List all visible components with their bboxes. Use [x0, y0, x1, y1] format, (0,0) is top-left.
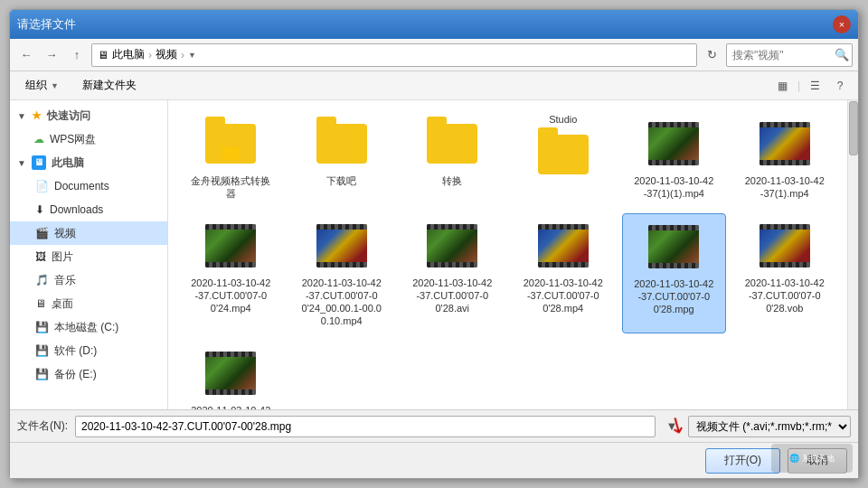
video2-label: 2020-11-03-10-42-37(1).mp4 [744, 174, 826, 201]
this-pc-expand-icon: ▼ [17, 158, 26, 168]
breadcrumb-sep1: › [148, 49, 152, 61]
filetype-select[interactable]: 视频文件 (*.avi;*.rmvb;*.rm;*. [688, 416, 851, 437]
view-btn-1[interactable]: ▦ [772, 75, 794, 97]
watermark: 🌐 系统天地 [771, 444, 853, 473]
video-icon: 🎬 [35, 227, 49, 239]
sidebar-item-drive-c[interactable]: 💾 本地磁盘 (C:) [10, 315, 167, 339]
sidebar-desktop-label: 桌面 [52, 296, 73, 312]
sidebar-item-drive-d[interactable]: 💾 软件 (D:) [10, 339, 167, 362]
sidebar-drive-e-label: 备份 (E:) [54, 367, 97, 382]
back-button[interactable]: ← [15, 44, 37, 66]
file-item-video7[interactable]: 2020-11-03-10-42-37.CUT.00'07-00'28.mpg [622, 213, 726, 333]
sidebar-documents-label: Documents [54, 180, 109, 192]
sidebar-item-desktop[interactable]: 🖥 桌面 [10, 292, 167, 315]
file-dialog: 请选择文件 × ← → ↑ 🖥 此电脑 › 视频 › ▼ ↻ 🔍 组织 ▼ 新建… [9, 9, 859, 479]
drive-e-icon: 💾 [35, 368, 49, 380]
file-item-folder3[interactable]: 转换 [401, 111, 505, 206]
filename-bar: 文件名(N): ▼ 视频文件 (*.avi;*.rmvb;*.rm;*. [10, 409, 858, 442]
breadcrumb-dropdown[interactable]: ▼ [188, 51, 196, 60]
file-item-video8[interactable]: 2020-11-03-10-42-37.CUT.00'07-00'28.vob [733, 213, 837, 333]
video1-label: 2020-11-03-10-42-37(1)(1).mp4 [633, 174, 714, 201]
content-area: ▼ ★ 快速访问 ☁ WPS网盘 ▼ 🖥 此电脑 📄 Documents [10, 100, 858, 409]
filename-input[interactable] [75, 416, 656, 437]
folder2-icon [315, 117, 369, 171]
download-icon: ⬇ [35, 203, 44, 216]
sidebar-item-documents[interactable]: 📄 Documents [10, 174, 167, 198]
file-item-video3[interactable]: 2020-11-03-10-42-37.CUT.00'07-00'24.mp4 [179, 213, 283, 333]
file-item-folder1[interactable]: 金舟视频格式转换器 [179, 111, 283, 206]
sidebar-wps[interactable]: ☁ WPS网盘 [10, 127, 167, 151]
file-item-video5[interactable]: 2020-11-03-10-42-37.CUT.00'07-00'28.avi [401, 213, 505, 333]
file-item-video2[interactable]: 2020-11-03-10-42-37(1).mp4 [733, 111, 837, 206]
file-item-video1[interactable]: 2020-11-03-10-42-37(1)(1).mp4 [622, 111, 726, 206]
organize-button[interactable]: 组织 ▼ [17, 75, 67, 97]
sidebar-drive-d-label: 软件 (D:) [54, 343, 97, 359]
new-folder-button[interactable]: 新建文件夹 [74, 75, 145, 97]
doc-icon: 📄 [35, 180, 49, 192]
view-btn-2[interactable]: ☰ [804, 75, 826, 97]
view-btn-3[interactable]: ? [829, 75, 851, 97]
files-grid: 金舟视频格式转换器 下载吧 转换 [175, 108, 840, 409]
file-item-studio[interactable]: Studio Studio [512, 111, 616, 206]
filename-label: 文件名(N): [17, 418, 68, 434]
video5-icon [425, 219, 479, 273]
drive-d-icon: 💾 [35, 344, 49, 357]
video8-label: 2020-11-03-10-42-37.CUT.00'07-00'28.vob [744, 277, 826, 315]
window-controls: × [833, 15, 851, 33]
video8-icon [758, 219, 812, 273]
sidebar-wps-label: WPS网盘 [50, 132, 96, 147]
folder2-label: 下载吧 [326, 174, 356, 187]
file-item-folder2[interactable]: 下载吧 [290, 111, 394, 206]
breadcrumb-pc: 🖥 [98, 49, 108, 61]
wps-icon: ☁ [33, 133, 44, 145]
quick-access-star-icon: ★ [32, 109, 42, 122]
refresh-button[interactable]: ↻ [701, 44, 722, 66]
organize-label: 组织 [25, 78, 47, 93]
sidebar-pictures-label: 图片 [52, 249, 73, 265]
forward-button[interactable]: → [41, 44, 62, 66]
action-bar: 打开(O) 取消 [10, 442, 858, 478]
sidebar-item-music[interactable]: 🎵 音乐 [10, 268, 167, 292]
folder1-label: 金舟视频格式转换器 [190, 174, 271, 201]
organize-dropdown-icon: ▼ [51, 81, 59, 90]
sidebar-music-label: 音乐 [54, 273, 76, 288]
sidebar-item-downloads[interactable]: ⬇ Downloads [10, 198, 167, 221]
music-icon: 🎵 [35, 274, 49, 286]
open-button[interactable]: 打开(O) [705, 448, 780, 474]
search-icon[interactable]: 🔍 [835, 48, 849, 61]
close-button[interactable]: × [833, 15, 851, 33]
video4-label: 2020-11-03-10-42-37.CUT.00'07-00'24_00.0… [301, 277, 382, 328]
pc-icon: 🖥 [32, 155, 46, 170]
breadcrumb[interactable]: 🖥 此电脑 › 视频 › ▼ [91, 43, 697, 67]
image-icon: 🖼 [35, 250, 46, 263]
sidebar-this-pc[interactable]: ▼ 🖥 此电脑 [10, 151, 167, 174]
studio-label-top: Studio [549, 113, 577, 126]
sidebar-item-pictures[interactable]: 🖼 图片 [10, 245, 167, 268]
search-input[interactable] [726, 43, 853, 67]
studio-icon [536, 127, 590, 182]
video3-label: 2020-11-03-10-42-37.CUT.00'07-00'24.mp4 [190, 277, 271, 315]
breadcrumb-videos: 视频 [156, 47, 177, 62]
folder3-label: 转换 [442, 174, 462, 187]
up-button[interactable]: ↑ [66, 44, 88, 66]
title-bar: 请选择文件 × [10, 10, 858, 39]
sidebar-item-drive-e[interactable]: 💾 备份 (E:) [10, 362, 167, 386]
sidebar-quick-access[interactable]: ▼ ★ 快速访问 [10, 104, 167, 127]
scrollbar[interactable] [847, 100, 858, 409]
organize-toolbar: 组织 ▼ 新建文件夹 ▦ | ☰ ? [10, 71, 858, 100]
sidebar-item-videos[interactable]: 🎬 视频 [10, 221, 167, 245]
dialog-title: 请选择文件 [17, 16, 76, 33]
video9-icon [203, 346, 258, 400]
file-item-video6[interactable]: 2020-11-03-10-42-37.CUT.00'07-00'28.mp4 [512, 213, 616, 333]
quick-access-expand-icon: ▼ [17, 111, 26, 121]
sidebar-this-pc-label: 此电脑 [52, 155, 84, 171]
folder1-icon [203, 117, 258, 171]
sidebar-quick-access-label: 快速访问 [47, 108, 90, 124]
file-item-video9[interactable]: 2020-11-03-10-42-37.mp4 [179, 341, 283, 409]
video7-label: 2020-11-03-10-42-37.CUT.00'07-00'28.mpg [633, 277, 714, 316]
scrollbar-thumb[interactable] [849, 101, 858, 155]
file-item-video4[interactable]: 2020-11-03-10-42-37.CUT.00'07-00'24_00.0… [290, 213, 394, 333]
sidebar: ▼ ★ 快速访问 ☁ WPS网盘 ▼ 🖥 此电脑 📄 Documents [10, 100, 168, 409]
folder3-icon [425, 117, 479, 171]
nav-toolbar: ← → ↑ 🖥 此电脑 › 视频 › ▼ ↻ 🔍 [10, 39, 858, 71]
